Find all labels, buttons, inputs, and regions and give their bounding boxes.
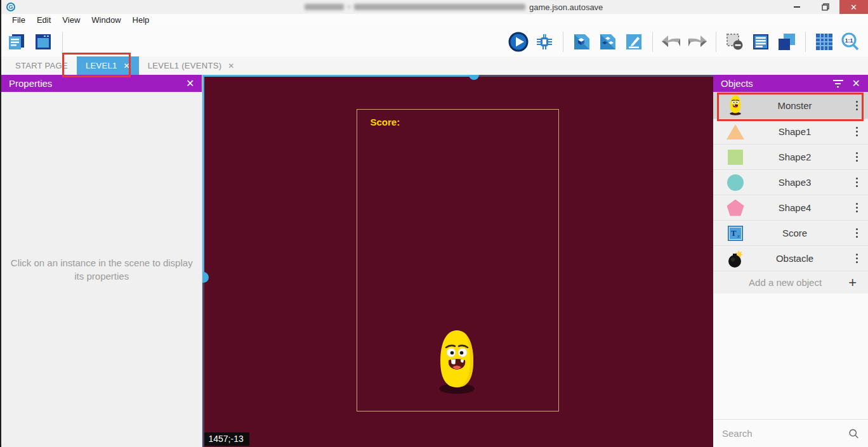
- redacted-title-path: [354, 4, 525, 10]
- zoom-1-1-button[interactable]: 1:1: [840, 32, 860, 52]
- object-menu-icon[interactable]: [851, 124, 863, 139]
- properties-close-icon[interactable]: ✕: [186, 77, 194, 89]
- layers-icon: [777, 32, 796, 51]
- objects-close-icon[interactable]: ✕: [852, 77, 860, 89]
- restore-button[interactable]: [811, 0, 839, 14]
- square-thumbnail: [725, 150, 746, 165]
- objects-panel: Objects ✕: [713, 75, 868, 447]
- menu-file[interactable]: File: [6, 14, 31, 27]
- circle-thumbnail: [725, 174, 746, 191]
- redacted-title-segment: [305, 4, 344, 10]
- layers-button[interactable]: [777, 32, 797, 52]
- tab-level1-close-icon[interactable]: ✕: [123, 62, 129, 70]
- objects-panel-header: Objects ✕: [713, 75, 868, 92]
- redo-button[interactable]: [687, 32, 707, 52]
- play-preview-button[interactable]: [508, 32, 529, 52]
- menu-view[interactable]: View: [56, 14, 86, 27]
- object-row-obstacle[interactable]: Obstacle: [713, 246, 868, 271]
- start-page-button[interactable]: [33, 32, 53, 52]
- app-window: G game.json.autosave ✕ File Edit View Wi…: [0, 0, 868, 447]
- add-object-icon[interactable]: +: [848, 276, 859, 290]
- score-text-object[interactable]: Score:: [370, 117, 400, 127]
- object-row-shape3[interactable]: Shape3: [713, 170, 868, 195]
- redacted-title-dash: [348, 6, 350, 8]
- object-menu-icon[interactable]: [851, 226, 863, 240]
- close-button[interactable]: ✕: [839, 0, 868, 14]
- delete-selection-button[interactable]: [725, 32, 745, 52]
- grid-icon: [815, 32, 834, 51]
- project-manager-button[interactable]: [6, 32, 27, 52]
- menu-help[interactable]: Help: [127, 14, 155, 27]
- tab-level1-events-close-icon[interactable]: ✕: [228, 62, 234, 70]
- object-row-monster[interactable]: Monster: [713, 92, 868, 119]
- menu-window[interactable]: Window: [86, 14, 126, 27]
- pentagon-thumbnail: [725, 200, 746, 216]
- cursor-coordinates: 1457;-13: [204, 432, 249, 446]
- object-label: Shape2: [746, 152, 843, 162]
- grid-button[interactable]: [814, 32, 834, 52]
- object-menu-icon[interactable]: [851, 150, 863, 164]
- triangle-thumbnail: [725, 124, 746, 139]
- window-title: game.json.autosave: [305, 0, 603, 14]
- zoom-1-1-icon: 1:1: [840, 32, 860, 52]
- svg-text:1:1: 1:1: [845, 37, 853, 44]
- object-label: Shape4: [746, 202, 843, 213]
- properties-panel-header: Properties ✕: [1, 75, 202, 92]
- horizontal-scrollbar[interactable]: [202, 75, 474, 77]
- object-row-score[interactable]: T x Score: [713, 221, 868, 246]
- properties-empty-message: Click on an instance in the scene to dis…: [6, 256, 197, 283]
- properties-panel: Properties ✕ Click on an instance in the…: [1, 75, 202, 447]
- menu-edit[interactable]: Edit: [31, 14, 56, 27]
- menu-bar: File Edit View Window Help: [1, 14, 868, 27]
- scene-canvas[interactable]: Score: 145: [202, 75, 713, 447]
- vertical-scrollbar-thumb[interactable]: [202, 272, 209, 283]
- object-row-shape2[interactable]: Shape2: [713, 145, 868, 170]
- object-row-shape4[interactable]: Shape4: [713, 195, 868, 221]
- object-label: Obstacle: [746, 253, 843, 264]
- tab-bar: START PAGE LEVEL1 ✕ LEVEL1 (EVENTS) ✕: [1, 56, 868, 75]
- delete-selection-icon: [725, 32, 744, 51]
- project-manager-icon: [7, 32, 26, 51]
- instances-editor-icon: [598, 32, 617, 51]
- monster-thumbnail: [725, 94, 746, 116]
- vertical-scrollbar[interactable]: [202, 75, 204, 278]
- instances-list-icon: [751, 32, 770, 51]
- horizontal-scrollbar-thumb[interactable]: [469, 75, 479, 80]
- properties-panel-title: Properties: [9, 78, 52, 89]
- debug-button[interactable]: [534, 32, 555, 52]
- play-preview-icon: [508, 32, 529, 52]
- object-label: Score: [746, 228, 843, 238]
- object-label: Shape1: [746, 126, 843, 137]
- text-object-thumbnail: T x: [725, 226, 746, 241]
- add-object-row[interactable]: Add a new object +: [713, 271, 868, 294]
- redo-icon: [687, 32, 707, 51]
- filter-icon[interactable]: [833, 80, 843, 87]
- monster-sprite: [435, 328, 479, 396]
- instances-editor-button[interactable]: [598, 32, 618, 52]
- tab-start-page[interactable]: START PAGE: [6, 56, 77, 75]
- object-label: Shape3: [746, 177, 843, 188]
- object-menu-icon[interactable]: [851, 200, 863, 215]
- search-icon[interactable]: [848, 427, 859, 440]
- object-menu-icon[interactable]: [851, 98, 863, 113]
- undo-button[interactable]: [661, 32, 681, 52]
- tab-level1-events[interactable]: LEVEL1 (EVENTS) ✕: [139, 56, 244, 75]
- svg-text:T: T: [731, 228, 737, 238]
- monster-instance[interactable]: [435, 328, 479, 396]
- svg-text:x: x: [737, 233, 740, 239]
- objects-panel-title: Objects: [721, 78, 753, 89]
- objects-editor-button[interactable]: [572, 32, 592, 52]
- instances-list-button[interactable]: [751, 32, 771, 52]
- add-object-label: Add a new object: [722, 277, 848, 288]
- window-title-suffix: game.json.autosave: [529, 3, 603, 12]
- tab-level1[interactable]: LEVEL1 ✕: [77, 56, 139, 75]
- start-page-icon: [34, 32, 53, 51]
- object-row-shape1[interactable]: Shape1: [713, 119, 868, 145]
- scene-properties-button[interactable]: [624, 32, 644, 52]
- object-menu-icon[interactable]: [851, 251, 863, 266]
- object-menu-icon[interactable]: [851, 175, 863, 190]
- debug-icon: [535, 32, 554, 51]
- search-input[interactable]: [722, 428, 848, 439]
- objects-editor-icon: [572, 32, 591, 51]
- minimize-button[interactable]: [782, 0, 811, 14]
